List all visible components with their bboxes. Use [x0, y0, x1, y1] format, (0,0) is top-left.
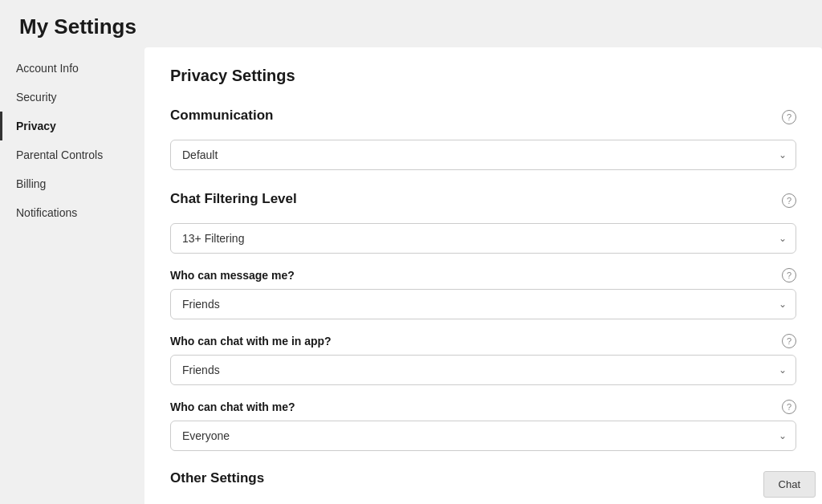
- communication-section: Communication ? Default Friends Only No …: [170, 101, 796, 170]
- who-can-message-section: Who can message me? ? Friends Everyone N…: [170, 268, 796, 319]
- who-can-chat-section: Who can chat with me? ? Everyone Friends…: [170, 400, 796, 451]
- communication-label-row: Communication ?: [170, 101, 796, 133]
- who-can-chat-select-wrapper: Everyone Friends No One ⌄: [170, 421, 796, 451]
- who-can-chat-app-select-wrapper: Friends Everyone No One ⌄: [170, 355, 796, 385]
- chat-filtering-select[interactable]: 13+ Filtering No Filtering Strong Filter…: [170, 223, 796, 254]
- communication-select[interactable]: Default Friends Only No One: [170, 140, 796, 170]
- who-can-message-help-icon[interactable]: ?: [782, 268, 796, 282]
- content-area: Account Info Security Privacy Parental C…: [0, 47, 822, 504]
- privacy-settings-title: Privacy Settings: [170, 67, 796, 85]
- communication-select-wrapper: Default Friends Only No One ⌄: [170, 140, 796, 170]
- who-can-message-select-wrapper: Friends Everyone No One ⌄: [170, 289, 796, 319]
- sidebar: Account Info Security Privacy Parental C…: [0, 47, 144, 504]
- communication-label: Communication: [170, 108, 273, 124]
- who-can-chat-app-label-row: Who can chat with me in app? ?: [170, 334, 796, 348]
- chat-button[interactable]: Chat: [763, 471, 816, 498]
- chat-filtering-label: Chat Filtering Level: [170, 191, 297, 207]
- who-can-chat-app-help-icon[interactable]: ?: [782, 334, 796, 348]
- sidebar-item-notifications[interactable]: Notifications: [0, 198, 144, 227]
- who-can-chat-label: Who can chat with me?: [170, 400, 295, 413]
- who-can-chat-app-section: Who can chat with me in app? ? Friends E…: [170, 334, 796, 385]
- page-container: My Settings Account Info Security Privac…: [0, 0, 822, 504]
- who-can-message-label: Who can message me?: [170, 269, 295, 282]
- communication-help-icon[interactable]: ?: [782, 110, 796, 124]
- chat-filtering-label-row: Chat Filtering Level ?: [170, 185, 796, 217]
- other-settings-title: Other Settings: [170, 470, 796, 486]
- main-content: Privacy Settings Communication ? Default…: [144, 47, 822, 504]
- who-can-chat-app-label: Who can chat with me in app?: [170, 335, 332, 348]
- chat-filtering-help-icon[interactable]: ?: [782, 193, 796, 208]
- chat-filtering-section: Chat Filtering Level ? 13+ Filtering No …: [170, 185, 796, 254]
- who-can-message-select[interactable]: Friends Everyone No One: [170, 289, 796, 319]
- who-can-message-label-row: Who can message me? ?: [170, 268, 796, 282]
- page-header: My Settings: [0, 0, 822, 47]
- who-can-chat-help-icon[interactable]: ?: [782, 400, 796, 414]
- sidebar-item-parental-controls[interactable]: Parental Controls: [0, 140, 144, 169]
- who-can-chat-app-select[interactable]: Friends Everyone No One: [170, 355, 796, 385]
- sidebar-item-security[interactable]: Security: [0, 83, 144, 112]
- who-can-chat-label-row: Who can chat with me? ?: [170, 400, 796, 414]
- who-can-chat-select[interactable]: Everyone Friends No One: [170, 421, 796, 451]
- sidebar-item-billing[interactable]: Billing: [0, 169, 144, 198]
- sidebar-item-privacy[interactable]: Privacy: [0, 112, 144, 140]
- page-title: My Settings: [19, 14, 803, 39]
- sidebar-item-account-info[interactable]: Account Info: [0, 54, 144, 83]
- chat-filtering-select-wrapper: 13+ Filtering No Filtering Strong Filter…: [170, 223, 796, 254]
